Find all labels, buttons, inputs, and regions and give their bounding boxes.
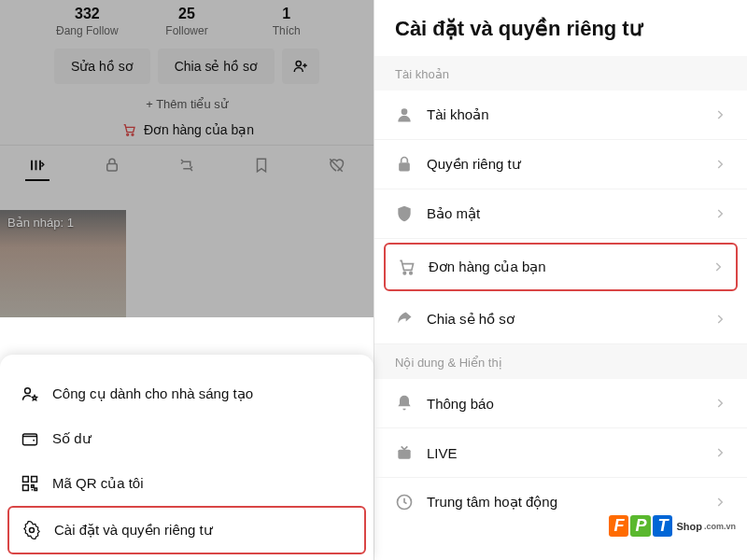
- settings-share-profile[interactable]: Chia sẻ hồ sơ: [374, 295, 747, 344]
- cart-icon: [120, 120, 138, 139]
- tab-repost[interactable]: [178, 157, 195, 174]
- tab-liked[interactable]: [328, 157, 345, 174]
- stats-row: 332 Đang Follow 25 Follower 1 Thích: [0, 0, 374, 39]
- chevron-right-icon: [713, 158, 726, 171]
- watermark-p: P: [630, 515, 651, 537]
- orders-link-label: Đơn hàng của bạn: [144, 122, 254, 137]
- svg-point-0: [296, 61, 301, 65]
- svg-point-1: [127, 133, 129, 135]
- profile-tabs: [0, 145, 374, 181]
- tab-grid[interactable]: [29, 157, 46, 174]
- stat-value: 1: [236, 6, 336, 22]
- item-label: LIVE: [427, 445, 458, 461]
- bell-icon: [395, 394, 414, 413]
- watermark-shop: Shop: [676, 521, 702, 532]
- section-content-label: Nội dung & Hiển thị: [374, 344, 747, 379]
- settings-live[interactable]: LIVE: [374, 428, 747, 478]
- chevron-right-icon: [713, 313, 726, 326]
- tab-private[interactable]: [104, 157, 120, 174]
- stat-likes[interactable]: 1 Thích: [236, 6, 336, 37]
- svg-rect-11: [399, 162, 410, 171]
- settings-your-orders[interactable]: Đơn hàng của bạn: [384, 243, 738, 291]
- clock-icon: [395, 493, 414, 511]
- tab-saved[interactable]: [253, 157, 270, 174]
- chevron-right-icon: [713, 397, 726, 410]
- sheet-item-label: Mã QR của tôi: [52, 475, 144, 492]
- svg-rect-14: [398, 450, 410, 459]
- stat-label: Thích: [236, 24, 336, 37]
- svg-point-4: [25, 388, 31, 394]
- sheet-creator-tools[interactable]: Công cụ dành cho nhà sáng tạo: [0, 371, 374, 416]
- share-profile-button[interactable]: Chia sẻ hồ sơ: [158, 49, 275, 84]
- watermark-t: T: [653, 515, 672, 537]
- sheet-item-label: Công cụ dành cho nhà sáng tạo: [52, 385, 253, 402]
- watermark-f: F: [609, 515, 628, 537]
- gear-icon: [22, 521, 41, 539]
- sheet-qr-code[interactable]: Mã QR của tôi: [0, 461, 374, 506]
- svg-point-12: [403, 272, 406, 274]
- item-label: Chia sẻ hồ sơ: [427, 311, 514, 328]
- chevron-right-icon: [712, 260, 725, 273]
- settings-title: Cài đặt và quyền riêng tư: [374, 0, 747, 56]
- profile-background: 332 Đang Follow 25 Follower 1 Thích Sửa …: [0, 0, 374, 317]
- share-icon: [395, 310, 414, 329]
- person-icon: [395, 105, 414, 124]
- sheet-balance[interactable]: Số dư: [0, 416, 374, 461]
- stat-value: 25: [137, 6, 237, 22]
- item-label: Trung tâm hoạt động: [427, 494, 557, 511]
- settings-privacy[interactable]: Quyền riêng tư: [374, 140, 747, 189]
- svg-point-13: [410, 272, 413, 274]
- bottom-sheet-menu: Công cụ dành cho nhà sáng tạo Số dư Mã Q…: [0, 355, 374, 560]
- add-bio-link[interactable]: + Thêm tiểu sử: [0, 93, 374, 115]
- chevron-right-icon: [713, 446, 726, 459]
- svg-rect-3: [107, 164, 118, 172]
- profile-panel: 332 Đang Follow 25 Follower 1 Thích Sửa …: [0, 0, 374, 560]
- item-label: Đơn hàng của bạn: [429, 259, 546, 275]
- settings-panel: Cài đặt và quyền riêng tư Tài khoản Tài …: [374, 0, 747, 560]
- item-label: Bảo mật: [427, 205, 480, 222]
- sheet-item-label: Số dư: [52, 430, 92, 447]
- item-label: Thông báo: [427, 396, 494, 412]
- svg-rect-6: [23, 477, 29, 483]
- settings-account[interactable]: Tài khoản: [374, 91, 747, 140]
- settings-notifications[interactable]: Thông báo: [374, 379, 747, 428]
- svg-rect-8: [23, 485, 29, 491]
- chevron-right-icon: [713, 207, 726, 220]
- svg-point-10: [402, 108, 408, 115]
- stat-following[interactable]: 332 Đang Follow: [37, 6, 137, 37]
- stat-label: Đang Follow: [37, 24, 137, 37]
- stat-label: Follower: [137, 24, 237, 37]
- qr-code-icon: [21, 474, 39, 493]
- sheet-item-label: Cài đặt và quyền riêng tư: [54, 522, 213, 539]
- add-friend-button[interactable]: [282, 49, 319, 84]
- your-orders-link[interactable]: Đơn hàng của bạn: [0, 115, 374, 145]
- stat-followers[interactable]: 25 Follower: [137, 6, 237, 37]
- watermark-domain: .com.vn: [704, 522, 736, 531]
- wallet-icon: [21, 429, 39, 448]
- section-account-label: Tài khoản: [374, 56, 747, 91]
- chevron-right-icon: [713, 496, 726, 509]
- chevron-right-icon: [713, 108, 726, 121]
- svg-rect-7: [32, 477, 37, 483]
- svg-point-2: [132, 133, 134, 135]
- edit-profile-button[interactable]: Sửa hồ sơ: [54, 49, 150, 84]
- shield-icon: [395, 204, 414, 223]
- settings-security[interactable]: Bảo mật: [374, 189, 747, 239]
- draft-label: Bản nháp: 1: [0, 210, 126, 235]
- antenna-icon: [395, 443, 414, 462]
- sheet-settings-privacy[interactable]: Cài đặt và quyền riêng tư: [7, 506, 366, 554]
- svg-point-9: [30, 528, 35, 533]
- watermark-logo: F P T Shop .com.vn: [609, 515, 736, 537]
- profile-actions: Sửa hồ sơ Chia sẻ hồ sơ: [0, 39, 374, 93]
- add-friend-icon: [291, 57, 310, 76]
- cart-icon: [397, 258, 416, 276]
- item-label: Tài khoản: [427, 106, 489, 123]
- stat-value: 332: [37, 6, 137, 22]
- draft-thumbnail[interactable]: Bản nháp: 1: [0, 210, 126, 317]
- person-star-icon: [21, 385, 39, 403]
- item-label: Quyền riêng tư: [427, 156, 521, 173]
- lock-icon: [395, 155, 414, 174]
